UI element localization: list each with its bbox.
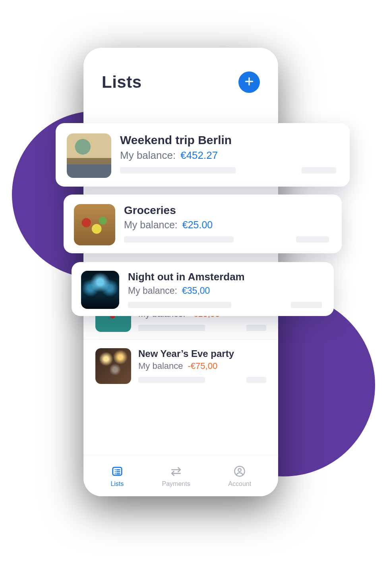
skeleton-line [120, 167, 336, 174]
tab-label: Account [228, 480, 251, 488]
list-card[interactable]: Groceries My balance: €25.00 [64, 195, 342, 253]
list-thumbnail [81, 271, 119, 309]
list-title: Groceries [124, 204, 329, 217]
balance-label: My balance: [128, 285, 177, 296]
balance-label: My balance: [120, 149, 176, 162]
list-title: Weekend trip Berlin [120, 133, 336, 147]
tab-bar: Lists Payments Account [83, 455, 278, 496]
tab-label: Payments [162, 480, 190, 488]
list-thumbnail [74, 204, 115, 245]
list-title: New Year’s Eve party [138, 348, 266, 359]
tab-account[interactable]: Account [228, 465, 251, 488]
list-title: Night out in Amsterdam [128, 271, 322, 283]
balance-label: My balance: [124, 219, 178, 231]
tab-lists[interactable]: Lists [110, 465, 124, 488]
skeleton-line [138, 377, 266, 383]
list-thumbnail [95, 348, 131, 384]
list-row[interactable]: New Year’s Eve party My balance -€75,00 [83, 339, 278, 391]
balance-amount: €452.27 [180, 149, 218, 162]
balance-amount: -€75,00 [188, 361, 218, 371]
transfer-icon [169, 465, 183, 478]
skeleton-line [124, 236, 329, 243]
svg-point-5 [115, 471, 116, 472]
svg-point-7 [115, 473, 116, 474]
add-list-button[interactable] [238, 71, 260, 93]
list-card[interactable]: Weekend trip Berlin My balance: €452.27 [56, 123, 350, 187]
account-icon [233, 465, 246, 478]
list-icon [110, 465, 124, 478]
tab-label: Lists [110, 480, 124, 488]
skeleton-line [138, 325, 266, 331]
tab-payments[interactable]: Payments [162, 465, 190, 488]
balance-amount: €25.00 [182, 219, 213, 231]
balance-label: My balance [138, 361, 183, 371]
balance-amount: €35,00 [182, 285, 210, 296]
svg-point-3 [115, 469, 116, 470]
page-title: Lists [102, 73, 142, 92]
skeleton-line [128, 302, 322, 308]
list-card[interactable]: Night out in Amsterdam My balance: €35,0… [72, 262, 334, 316]
svg-point-12 [238, 468, 241, 472]
plus-icon [244, 76, 254, 88]
list-thumbnail [67, 133, 111, 178]
